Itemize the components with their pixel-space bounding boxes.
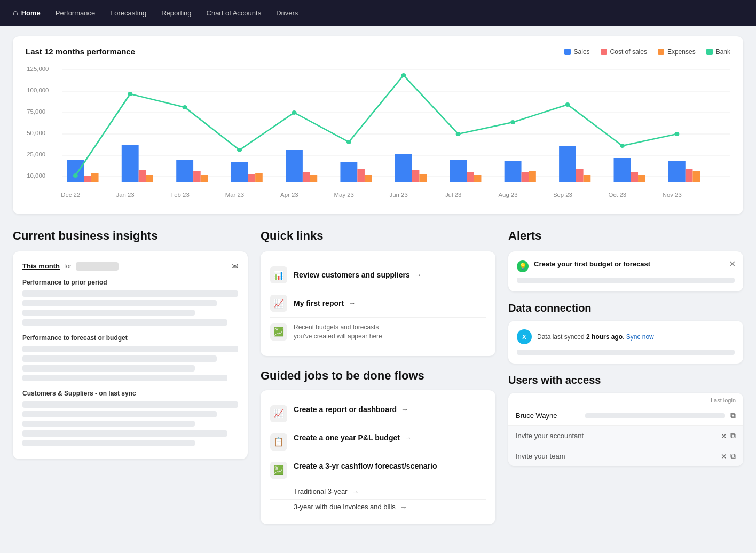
this-month-label: This month [22,262,60,270]
invite-accountant-external[interactable]: ⧉ [730,431,736,440]
guided-item-report[interactable]: 📈 Create a report or dashboard → [270,400,486,428]
performance-chart-card: Last 12 months performance Sales Cost of… [13,36,743,214]
nav-performance[interactable]: Performance [56,7,95,19]
user-row-invite-accountant[interactable]: Invite your accountant ✕ ⧉ [508,426,743,446]
legend-sales: Sales [564,48,590,56]
home-label: Home [21,9,41,17]
users-section: Users with access Last login Bruce Wayne… [508,374,743,466]
guided-sub-traditional[interactable]: Traditional 3-year → [270,484,486,500]
arrow-icon-3: → [401,405,408,414]
invite-team-close[interactable]: ✕ [721,452,727,461]
chart-title: Last 12 months performance [26,47,135,56]
arrow-icon: → [414,271,422,279]
svg-rect-18 [176,160,193,182]
svg-rect-19 [193,171,201,182]
guided-item-pl-budget[interactable]: 📋 Create a one year P&L budget → [270,428,486,456]
svg-rect-16 [139,170,146,182]
invite-team-external[interactable]: ⧉ [730,452,736,461]
svg-text:Aug 23: Aug 23 [498,192,517,198]
last-login-label: Last login [711,397,736,404]
legend-dot-sales [564,49,571,55]
quick-links-column: Quick links 📊 Review customers and suppl… [261,229,495,524]
svg-text:May 23: May 23 [334,192,354,198]
nav-reporting[interactable]: Reporting [161,7,191,19]
guided-sub-3year-invoices[interactable]: 3-year with due invoices and bills → [270,500,486,515]
svg-text:Oct 23: Oct 23 [609,192,627,198]
skeleton-5 [22,346,238,352]
email-icon[interactable]: ✉ [231,261,238,271]
alert-budget-card: 💡 Create your first budget or forecast ✕ [508,251,743,291]
perf-forecast-label: Performance to forecast or budget [22,334,238,342]
svg-point-58 [620,144,625,148]
skeleton-1 [22,290,238,297]
svg-rect-23 [255,173,263,182]
svg-text:Mar 23: Mar 23 [225,192,244,198]
users-header: Last login [508,393,743,406]
skeleton-10 [22,411,217,417]
svg-rect-38 [529,171,536,182]
quick-link-first-report[interactable]: 📈 My first report → [270,289,486,318]
dc-skeleton [517,350,735,355]
for-label: for [64,263,72,270]
svg-text:100,000: 100,000 [27,88,49,93]
guided-jobs-card: 📈 Create a report or dashboard → 📋 Creat… [261,390,495,524]
svg-text:50,000: 50,000 [27,130,45,136]
svg-rect-35 [474,175,482,182]
svg-rect-20 [201,175,208,182]
svg-rect-30 [395,154,412,182]
svg-rect-31 [412,170,420,182]
sync-now-link[interactable]: Sync now [626,333,654,341]
skeleton-9 [22,401,238,408]
guided-title: Guided jobs to be done flows [261,369,495,383]
dc-info-row: X Data last synced 2 hours ago. Sync now [517,329,735,344]
nav-chart-of-accounts[interactable]: Chart of Accounts [207,7,262,19]
quick-link-budgets[interactable]: 💹 Recent budgets and forecasts you've cr… [270,318,486,346]
svg-text:Jan 23: Jan 23 [116,192,135,198]
pl-budget-text: Create a one year P&L budget → [294,433,412,442]
dc-sync-text: Data last synced 2 hours ago. Sync now [537,333,654,341]
svg-text:Jul 23: Jul 23 [445,192,461,198]
svg-text:125,000: 125,000 [27,66,49,72]
pl-budget-icon: 📋 [270,433,287,451]
skeleton-12 [22,430,227,437]
nav-drivers[interactable]: Drivers [276,7,298,19]
home-nav-item[interactable]: ⌂ Home [13,8,41,18]
svg-rect-29 [365,175,372,182]
legend-dot-expenses [658,49,664,55]
user-actions-team: ✕ ⧉ [721,452,736,461]
arrow-icon-5: → [352,487,359,496]
svg-rect-15 [122,145,139,182]
svg-text:Sep 23: Sep 23 [553,192,572,198]
svg-rect-43 [631,172,638,182]
customers-suppliers-label: Customers & Suppliers - on last sync [22,390,238,397]
guided-item-cashflow[interactable]: 💹 Create a 3-yr cashflow forecast/scenar… [270,456,486,484]
svg-point-53 [346,140,351,144]
user-row-invite-team[interactable]: Invite your team ✕ ⧉ [508,446,743,466]
home-icon: ⌂ [13,8,18,18]
legend-cost-of-sales: Cost of sales [601,48,647,56]
svg-rect-44 [638,175,645,182]
svg-point-55 [456,132,461,136]
quick-link-customers[interactable]: 📊 Review customers and suppliers → [270,261,486,289]
user-skeleton-bruce [585,413,725,418]
guided-jobs-section: Guided jobs to be done flows 📈 Create a … [261,369,495,524]
invite-team-text: Invite your team [516,452,715,460]
alert-close-button[interactable]: ✕ [729,259,736,269]
svg-text:75,000: 75,000 [27,109,45,115]
customers-icon: 📊 [270,266,287,283]
legend-dot-cost [601,49,607,55]
budgets-link-text: Recent budgets and forecasts you've crea… [294,323,382,341]
invite-accountant-close[interactable]: ✕ [721,432,727,440]
nav-forecasting[interactable]: Forecasting [110,7,146,19]
svg-rect-46 [686,169,693,182]
data-connection-title: Data connection [508,302,743,314]
svg-point-50 [183,105,187,109]
svg-rect-12 [67,160,84,182]
user-external-link-bruce[interactable]: ⧉ [730,411,736,420]
svg-text:Apr 23: Apr 23 [280,192,298,198]
report-dashboard-text: Create a report or dashboard → [294,405,408,414]
svg-text:Jun 23: Jun 23 [390,192,408,198]
chart-header: Last 12 months performance Sales Cost of… [26,47,730,56]
svg-text:25,000: 25,000 [27,152,45,157]
svg-point-51 [237,148,242,152]
